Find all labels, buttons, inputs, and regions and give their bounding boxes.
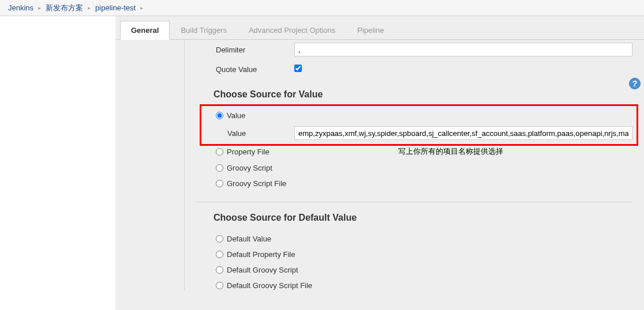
breadcrumb-item-jenkins[interactable]: Jenkins — [5, 3, 37, 12]
row-value-field: Value — [214, 123, 632, 143]
inner-left-gutter — [115, 40, 185, 290]
radio-groovy-script[interactable] — [216, 164, 223, 172]
left-sidebar — [0, 16, 115, 310]
radio-label-groovy-script[interactable]: Groovy Script — [227, 164, 272, 172]
breadcrumb: Jenkins ▸ 新发布方案 ▸ pipeline-test ▸ — [0, 0, 644, 16]
row-quote-value: Quote Value — [214, 59, 632, 79]
radio-default-property-file[interactable] — [216, 251, 223, 258]
radio-label-value[interactable]: Value — [227, 111, 245, 120]
chevron-right-icon: ▸ — [88, 5, 91, 11]
radio-label-property-file[interactable]: Property File — [227, 148, 269, 156]
input-delimiter[interactable] — [294, 43, 632, 56]
tab-advanced-project-options[interactable]: Advanced Project Options — [238, 21, 346, 40]
radio-row-default-groovy-script-file: Default Groovy Script File — [214, 278, 632, 290]
radio-row-default-value: Default Value — [214, 231, 632, 247]
radio-row-default-groovy-script: Default Groovy Script — [214, 262, 632, 278]
annotation-text: 写上你所有的项目名称提供选择 — [398, 147, 503, 156]
radio-label-default-value[interactable]: Default Value — [227, 235, 271, 243]
breadcrumb-item-plan[interactable]: 新发布方案 — [42, 3, 87, 13]
radio-label-groovy-script-file[interactable]: Groovy Script File — [227, 179, 286, 188]
label-delimiter: Delimiter — [214, 46, 294, 54]
tab-general[interactable]: General — [120, 21, 170, 40]
radio-groovy-script-file[interactable] — [216, 180, 223, 187]
tab-build-triggers[interactable]: Build Triggers — [170, 21, 237, 40]
radio-default-groovy-script[interactable] — [216, 266, 223, 274]
chevron-right-icon: ▸ — [140, 5, 143, 11]
radio-label-default-groovy-script-file[interactable]: Default Groovy Script File — [227, 281, 312, 290]
radio-row-groovy-script-file: Groovy Script File — [214, 176, 632, 191]
radio-default-groovy-script-file[interactable] — [216, 282, 223, 289]
radio-row-property-file: Property File 写上你所有的项目名称提供选择 — [214, 143, 632, 160]
radio-row-value: Value — [214, 108, 632, 123]
label-quote-value: Quote Value — [214, 65, 294, 74]
tab-pipeline[interactable]: Pipeline — [346, 21, 395, 40]
radio-row-groovy-script: Groovy Script — [214, 160, 632, 176]
row-delimiter: Delimiter — [214, 40, 632, 59]
chevron-right-icon: ▸ — [38, 5, 41, 11]
heading-choose-source-for-default-value: Choose Source for Default Value — [214, 202, 632, 231]
radio-property-file[interactable] — [216, 148, 223, 156]
radio-value[interactable] — [216, 112, 223, 119]
breadcrumb-item-pipeline-test[interactable]: pipeline-test — [92, 3, 139, 12]
radio-label-default-groovy-script[interactable]: Default Groovy Script — [227, 266, 298, 274]
radio-label-default-property-file[interactable]: Default Property File — [227, 250, 295, 259]
radio-default-value[interactable] — [216, 235, 223, 243]
heading-choose-source-for-value: Choose Source for Value — [214, 79, 632, 108]
label-value-field: Value — [214, 129, 294, 138]
input-source-value[interactable] — [294, 126, 632, 140]
radio-row-default-property-file: Default Property File — [214, 247, 632, 262]
checkbox-quote-value[interactable] — [294, 65, 302, 72]
tabbar: General Build Triggers Advanced Project … — [115, 16, 644, 40]
